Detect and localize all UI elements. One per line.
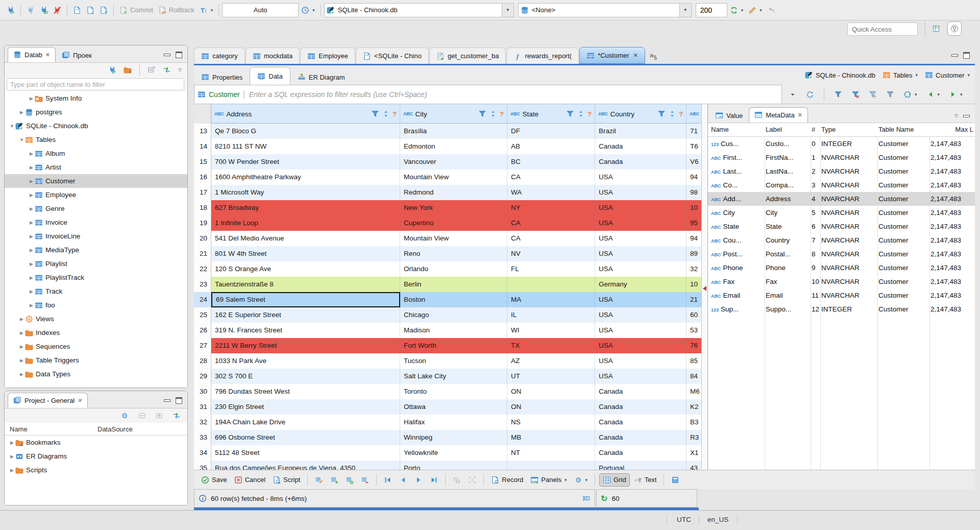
meta-cell-max[interactable]: 2,147,483: [930, 206, 973, 220]
edit-row-button[interactable]: [312, 474, 326, 486]
meta-cell-type[interactable]: NVARCHAR: [821, 247, 876, 261]
meta-cell-max[interactable]: 2,147,483: [930, 288, 973, 302]
metadata-row[interactable]: ABCEmailEmail11NVARCHARCustomer2,147,483: [708, 288, 975, 302]
row-number[interactable]: 23: [194, 277, 211, 292]
expander-icon[interactable]: ▶: [28, 151, 35, 156]
metadata-row[interactable]: 123Sup...Suppo...12INTEGERCustomer2,147,…: [708, 302, 975, 316]
expander-icon[interactable]: ▶: [28, 206, 35, 211]
meta-cell-name[interactable]: ABCFirst...: [711, 151, 764, 164]
cell-country[interactable]: USA: [595, 323, 687, 338]
minimize-icon[interactable]: [164, 399, 170, 402]
cell-address[interactable]: 319 N. Frances Street: [211, 323, 400, 338]
meta-cell-table[interactable]: Customer: [878, 302, 928, 316]
table-row[interactable]: 345112 48 StreetYellowknifeNTCanadaX1: [194, 445, 707, 461]
cell-country[interactable]: USA: [595, 261, 687, 277]
cell-country[interactable]: Canada: [595, 154, 687, 170]
script-button[interactable]: Script: [270, 474, 303, 486]
calc-panel-button[interactable]: [668, 474, 682, 486]
cell-state[interactable]: BC: [507, 154, 595, 170]
meta-column-label[interactable]: Label: [766, 123, 810, 136]
add-row-button[interactable]: +: [327, 474, 341, 486]
meta-cell-type[interactable]: NVARCHAR: [821, 288, 876, 302]
meta-cell-table[interactable]: Customer: [878, 288, 928, 302]
expander-icon[interactable]: ▶: [18, 372, 25, 377]
sort-icon[interactable]: [668, 110, 676, 118]
tree-item-indexes[interactable]: ▶Indexes: [5, 326, 187, 340]
sidebar-tab-datab[interactable]: Datab✕: [8, 47, 56, 62]
cell-address[interactable]: 696 Osborne Street: [211, 430, 400, 445]
transaction-log-button[interactable]: ▾: [299, 4, 317, 16]
row-number[interactable]: 14: [194, 139, 211, 154]
meta-cell-max[interactable]: 2,147,483: [930, 275, 973, 288]
maximize-icon[interactable]: [176, 397, 182, 404]
row-number[interactable]: 22: [194, 261, 211, 277]
meta-cell-label[interactable]: Suppo...: [766, 302, 810, 316]
meta-cell-ordinal[interactable]: 6: [812, 220, 819, 233]
meta-cell-ordinal[interactable]: 1: [812, 151, 819, 164]
meta-cell-table[interactable]: Customer: [878, 151, 928, 164]
cell-country[interactable]: USA: [595, 353, 687, 369]
row-number-header[interactable]: [194, 104, 211, 124]
close-icon[interactable]: ✕: [78, 397, 82, 404]
meta-cell-ordinal[interactable]: 7: [812, 233, 819, 247]
meta-cell-ordinal[interactable]: 0: [812, 137, 819, 151]
chevron-down-icon[interactable]: ▾: [565, 477, 567, 483]
meta-cell-max[interactable]: 2,147,483: [930, 164, 973, 178]
grid-view-button[interactable]: Grid: [599, 473, 630, 487]
cell-address[interactable]: 1600 Amphitheatre Parkway: [211, 170, 400, 185]
meta-cell-ordinal[interactable]: 4: [812, 192, 819, 206]
cell-country[interactable]: USA: [595, 369, 687, 384]
table-row[interactable]: 161600 Amphitheatre ParkwayMountain View…: [194, 170, 707, 185]
cell-state[interactable]: CA: [507, 231, 595, 246]
cell-city[interactable]: Yellowknife: [400, 445, 507, 461]
cell-state[interactable]: NT: [507, 445, 595, 461]
meta-cell-label[interactable]: Email: [766, 288, 810, 302]
cell-country[interactable]: USA: [595, 338, 687, 353]
expander-icon[interactable]: ▶: [28, 165, 35, 170]
cell-state[interactable]: WI: [507, 323, 595, 338]
cell-city[interactable]: Ottawa: [400, 399, 507, 415]
cell-address[interactable]: 2211 W Berry Street: [211, 338, 400, 353]
tree-item-genre[interactable]: ▶Genre: [5, 202, 187, 215]
expander-icon[interactable]: ▶: [18, 344, 25, 349]
cell-country[interactable]: USA: [595, 292, 687, 307]
tree-item-system-info[interactable]: ▶iSystem Info: [5, 91, 187, 105]
tab-properties[interactable]: Properties: [194, 69, 250, 85]
row-number[interactable]: 32: [194, 415, 211, 430]
cell-address[interactable]: 1 Microsoft Way: [211, 185, 400, 200]
expander-icon[interactable]: ▶: [28, 303, 35, 308]
meta-cell-table[interactable]: Customer: [878, 178, 928, 192]
cell-state[interactable]: NV: [507, 246, 595, 261]
cell-state[interactable]: TX: [507, 338, 595, 353]
cell-state[interactable]: AZ: [507, 353, 595, 369]
metadata-row[interactable]: ABCAdd...Address4NVARCHARCustomer2,147,4…: [708, 192, 975, 206]
sql-filter-input[interactable]: [248, 90, 781, 99]
cell-state[interactable]: ON: [507, 384, 595, 399]
meta-cell-table[interactable]: Customer: [878, 164, 928, 178]
cell-city[interactable]: Redmond: [400, 185, 507, 200]
breadcrumb-item-sqlite-chinook-db[interactable]: SQLite - Chinook.db: [805, 71, 875, 79]
meta-cell-label[interactable]: Postal...: [766, 247, 810, 261]
cell-city[interactable]: Orlando: [400, 261, 507, 277]
table-row[interactable]: 21801 W 4th StreetRenoNVUSA89: [194, 246, 707, 261]
chevron-down-icon[interactable]: ▾: [312, 8, 315, 13]
panel-menu-chevron-icon[interactable]: ▽: [954, 113, 958, 118]
delete-row-button[interactable]: [358, 474, 372, 486]
sql-editor-new-button[interactable]: +: [97, 4, 110, 16]
tree-item-foo[interactable]: ▶foo: [5, 298, 187, 312]
row-number[interactable]: 25: [194, 307, 211, 323]
next-row-button[interactable]: [411, 474, 426, 486]
table-row[interactable]: 272211 W Berry StreetFort WorthTXUSA76: [194, 338, 707, 353]
row-number[interactable]: 13: [194, 124, 211, 139]
row-number[interactable]: 27: [194, 338, 211, 353]
row-number[interactable]: 33: [194, 430, 211, 445]
new-connection-button[interactable]: +: [106, 64, 119, 76]
project-column-name[interactable]: Name: [5, 425, 97, 433]
metadata-row[interactable]: ABCFirst...FirstNa...1NVARCHARCustomer2,…: [708, 151, 975, 164]
cancel-button[interactable]: Cancel: [231, 474, 268, 486]
first-row-button[interactable]: [381, 474, 395, 486]
expander-icon[interactable]: ▶: [18, 110, 25, 115]
tree-item-tables[interactable]: ▼Tables: [5, 133, 187, 147]
result-settings-button[interactable]: ⚙▾: [571, 474, 591, 486]
cell-city[interactable]: Chicago: [400, 307, 507, 323]
